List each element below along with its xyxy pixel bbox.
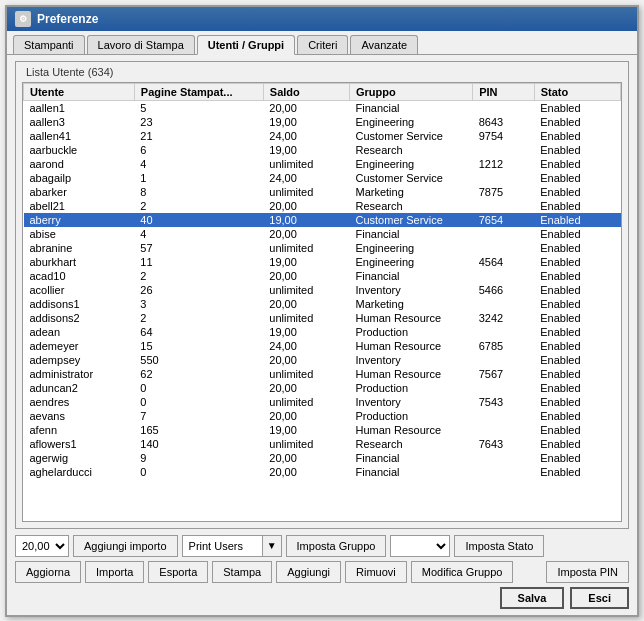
- cell-3: Customer Service: [350, 171, 473, 185]
- cell-3: Human Resource: [350, 423, 473, 437]
- cell-4: [473, 325, 535, 339]
- tab-utenti-gruppi[interactable]: Utenti / Gruppi: [197, 35, 295, 55]
- table-row[interactable]: afenn16519,00Human ResourceEnabled: [24, 423, 621, 437]
- table-row[interactable]: aghelarducci020,00FinancialEnabled: [24, 465, 621, 479]
- cell-3: Financial: [350, 100, 473, 115]
- table-row[interactable]: adean6419,00ProductionEnabled: [24, 325, 621, 339]
- cell-1: 5: [134, 100, 263, 115]
- cell-3: Marketing: [350, 297, 473, 311]
- table-body: aallen1520,00FinancialEnabledaallen32319…: [24, 100, 621, 479]
- table-row[interactable]: aevans720,00ProductionEnabled: [24, 409, 621, 423]
- table-row[interactable]: adempsey55020,00InventoryEnabled: [24, 353, 621, 367]
- saldo-select[interactable]: 20,00: [15, 535, 69, 557]
- cell-2: unlimited: [263, 311, 349, 325]
- esci-button[interactable]: Esci: [570, 587, 629, 609]
- cell-3: Production: [350, 409, 473, 423]
- table-row[interactable]: acad10220,00FinancialEnabled: [24, 269, 621, 283]
- modifica-gruppo-button[interactable]: Modifica Gruppo: [411, 561, 514, 583]
- table-row[interactable]: aendres0unlimitedInventory7543Enabled: [24, 395, 621, 409]
- table-row[interactable]: aburkhart1119,00Engineering4564Enabled: [24, 255, 621, 269]
- cell-5: Enabled: [534, 325, 620, 339]
- cell-3: Research: [350, 143, 473, 157]
- table-row[interactable]: abranine57unlimitedEngineeringEnabled: [24, 241, 621, 255]
- cell-2: unlimited: [263, 241, 349, 255]
- cell-4: [473, 171, 535, 185]
- tab-lavoro-stampa[interactable]: Lavoro di Stampa: [87, 35, 195, 54]
- cell-3: Engineering: [350, 115, 473, 129]
- cell-5: Enabled: [534, 227, 620, 241]
- cell-2: unlimited: [263, 185, 349, 199]
- print-users-arrow[interactable]: ▼: [262, 536, 281, 556]
- content-area: Lista Utente (634) Utente Pagine Stampat…: [7, 55, 637, 615]
- table-row[interactable]: aarbuckle619,00ResearchEnabled: [24, 143, 621, 157]
- cell-3: Financial: [350, 269, 473, 283]
- imposta-gruppo-button[interactable]: Imposta Gruppo: [286, 535, 387, 557]
- table-row[interactable]: aarond4unlimitedEngineering1212Enabled: [24, 157, 621, 171]
- cell-2: 20,00: [263, 451, 349, 465]
- cell-3: Inventory: [350, 395, 473, 409]
- cell-4: [473, 465, 535, 479]
- cell-5: Enabled: [534, 269, 620, 283]
- cell-0: abarker: [24, 185, 135, 199]
- tab-criteri[interactable]: Criteri: [297, 35, 348, 54]
- cell-1: 2: [134, 269, 263, 283]
- cell-5: Enabled: [534, 409, 620, 423]
- stampa-button[interactable]: Stampa: [212, 561, 272, 583]
- table-row[interactable]: abagailp124,00Customer ServiceEnabled: [24, 171, 621, 185]
- table-row[interactable]: acollier26unlimitedInventory5466Enabled: [24, 283, 621, 297]
- table-row[interactable]: abell21220,00ResearchEnabled: [24, 199, 621, 213]
- table-row[interactable]: aflowers1140unlimitedResearch7643Enabled: [24, 437, 621, 451]
- table-row[interactable]: aallen32319,00Engineering8643Enabled: [24, 115, 621, 129]
- cell-5: Enabled: [534, 115, 620, 129]
- cell-5: Enabled: [534, 255, 620, 269]
- col-pagine: Pagine Stampat...: [134, 83, 263, 100]
- cell-0: acad10: [24, 269, 135, 283]
- tab-avanzate[interactable]: Avanzate: [350, 35, 418, 54]
- cell-1: 0: [134, 465, 263, 479]
- table-row[interactable]: abarker8unlimitedMarketing7875Enabled: [24, 185, 621, 199]
- cell-0: aberry: [24, 213, 135, 227]
- cell-4: [473, 143, 535, 157]
- table-row[interactable]: aberry4019,00Customer Service7654Enabled: [24, 213, 621, 227]
- cell-4: 8643: [473, 115, 535, 129]
- importa-button[interactable]: Importa: [85, 561, 144, 583]
- cell-1: 64: [134, 325, 263, 339]
- cell-5: Enabled: [534, 129, 620, 143]
- table-row[interactable]: aallen412124,00Customer Service9754Enabl…: [24, 129, 621, 143]
- cell-5: Enabled: [534, 143, 620, 157]
- cell-3: Engineering: [350, 255, 473, 269]
- cell-3: Inventory: [350, 283, 473, 297]
- table-row[interactable]: addisons1320,00MarketingEnabled: [24, 297, 621, 311]
- print-users-dropdown[interactable]: Print Users ▼: [182, 535, 282, 557]
- gruppo-select[interactable]: [390, 535, 450, 557]
- cell-0: abell21: [24, 199, 135, 213]
- table-row[interactable]: aallen1520,00FinancialEnabled: [24, 100, 621, 115]
- aggiungi-button[interactable]: Aggiungi: [276, 561, 341, 583]
- tab-stampanti[interactable]: Stampanti: [13, 35, 85, 54]
- table-row[interactable]: aduncan2020,00ProductionEnabled: [24, 381, 621, 395]
- table-row[interactable]: agerwig920,00FinancialEnabled: [24, 451, 621, 465]
- imposta-stato-button[interactable]: Imposta Stato: [454, 535, 544, 557]
- cell-1: 9: [134, 451, 263, 465]
- cell-5: Enabled: [534, 241, 620, 255]
- esporta-button[interactable]: Esporta: [148, 561, 208, 583]
- cell-5: Enabled: [534, 100, 620, 115]
- user-table-scroll[interactable]: Utente Pagine Stampat... Saldo Gruppo PI…: [23, 83, 621, 521]
- table-row[interactable]: ademeyer1524,00Human Resource6785Enabled: [24, 339, 621, 353]
- table-row[interactable]: addisons22unlimitedHuman Resource3242Ena…: [24, 311, 621, 325]
- rimuovi-button[interactable]: Rimuovi: [345, 561, 407, 583]
- cell-3: Customer Service: [350, 213, 473, 227]
- cell-1: 62: [134, 367, 263, 381]
- aggiorna-button[interactable]: Aggiorna: [15, 561, 81, 583]
- table-row[interactable]: abise420,00FinancialEnabled: [24, 227, 621, 241]
- cell-5: Enabled: [534, 353, 620, 367]
- col-pin: PIN: [473, 83, 535, 100]
- table-row[interactable]: administrator62unlimitedHuman Resource75…: [24, 367, 621, 381]
- salva-button[interactable]: Salva: [500, 587, 565, 609]
- cell-4: 9754: [473, 129, 535, 143]
- aggiungi-importo-button[interactable]: Aggiungi importo: [73, 535, 178, 557]
- cell-3: Human Resource: [350, 367, 473, 381]
- imposta-pin-button[interactable]: Imposta PIN: [546, 561, 629, 583]
- cell-1: 0: [134, 381, 263, 395]
- cell-5: Enabled: [534, 437, 620, 451]
